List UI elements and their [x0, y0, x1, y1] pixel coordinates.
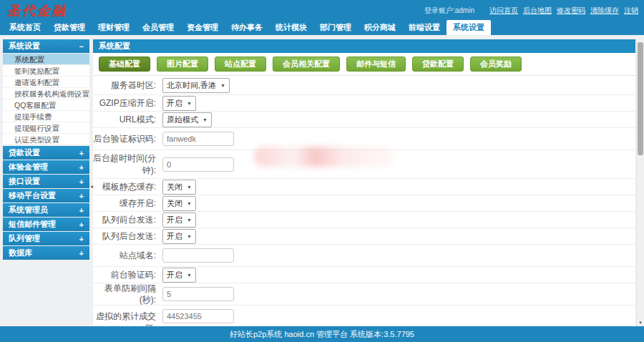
sidebar-group-label: 移动平台设置 [9, 190, 56, 201]
plus-icon: + [79, 177, 84, 186]
text-input[interactable] [162, 157, 234, 172]
login-info: 登录账户:admin访问首页后台地图修改密码清除缓存注销 [424, 6, 638, 16]
plus-icon: + [79, 192, 84, 200]
dropdown-arrow-icon: ▼ [187, 234, 192, 239]
form-row: 表单防刷间隔(秒): [93, 283, 635, 306]
nav-item[interactable]: 会员管理 [136, 20, 180, 35]
sidebar-group-header[interactable]: 系统设置− [3, 39, 89, 53]
plus-icon: + [79, 220, 84, 229]
nav-item[interactable]: 部门管理 [313, 20, 358, 35]
text-input[interactable] [162, 248, 234, 263]
select-control[interactable]: 北京时间,香港▼ [162, 78, 230, 93]
page-title: 系统配置 [93, 39, 635, 53]
nav-item[interactable]: 系统首页 [3, 20, 47, 35]
header-link[interactable]: 清除缓存 [590, 6, 619, 14]
text-input[interactable] [162, 309, 234, 323]
form-row: URL模式:原始模式▼ [93, 112, 635, 128]
sidebar-group-label: 体验金管理 [9, 162, 48, 172]
field-label: URL模式: [93, 114, 156, 125]
field-control: 开启▼ [156, 212, 635, 228]
nav-item[interactable]: 待办事务 [225, 20, 269, 35]
plus-icon: + [79, 249, 84, 258]
vertical-scrollbar[interactable]: ▾ [636, 39, 643, 326]
sidebar-group-items: 系统配置签到奖励配置邀请返利配置授权服务机构返佣设置QQ客服配置提现手续费提现银… [3, 54, 89, 145]
sidebar-group-header[interactable]: 系统管理员+ [3, 203, 89, 217]
sidebar-item[interactable]: QQ客服配置 [3, 99, 89, 111]
sidebar-item[interactable]: 提现银行设置 [3, 122, 89, 134]
text-input[interactable] [162, 132, 234, 146]
tab-button[interactable]: 基础配置 [99, 57, 150, 72]
field-label: 站点域名: [93, 250, 156, 261]
select-control[interactable]: 关闭▼ [162, 180, 196, 195]
field-control: 关闭▼ [156, 196, 635, 211]
nav-item[interactable]: 积分商城 [358, 20, 402, 35]
tab-button[interactable]: 邮件与短信 [346, 57, 406, 72]
dropdown-arrow-icon: ▼ [220, 83, 225, 88]
plus-icon: + [79, 163, 84, 172]
tab-button[interactable]: 贷款配置 [412, 57, 464, 72]
sidebar-group-label: 接口设置 [9, 176, 40, 187]
sidebar-item[interactable]: 提现手续费 [3, 111, 89, 122]
sidebar-group-header[interactable]: 队列管理+ [3, 232, 89, 245]
scrollbar-thumb[interactable] [638, 42, 643, 155]
tab-button[interactable]: 站点配置 [215, 57, 266, 72]
field-label: 表单防刷间隔(秒): [93, 283, 156, 306]
sidebar-group-label: 系统设置 [9, 41, 40, 52]
select-control[interactable]: 开启▼ [162, 96, 196, 111]
dropdown-arrow-icon: ▼ [187, 273, 192, 278]
select-value: 开启 [167, 215, 182, 225]
header-link[interactable]: 注销 [624, 6, 638, 14]
sidebar-item[interactable]: 认证类型设置 [3, 134, 89, 145]
form-row: GZIP压缩开启:开启▼ [93, 95, 635, 112]
form-row: 队列前台发送:开启▼ [93, 212, 635, 228]
minus-icon: − [79, 42, 84, 51]
nav-item[interactable]: 理财管理 [92, 20, 136, 35]
field-control: 北京时间,香港▼ [156, 78, 635, 93]
select-control[interactable]: 开启▼ [162, 229, 196, 244]
footer-text: 好站长p2p系统 haoid.cn 管理平台 系统版本:3.5.7795 [230, 330, 414, 338]
header-link[interactable]: 访问首页 [489, 6, 518, 14]
text-input[interactable] [162, 287, 234, 301]
sidebar-group-header[interactable]: 贷款设置+ [3, 146, 89, 160]
nav-item[interactable]: 系统设置 [447, 20, 491, 35]
field-label: GZIP压缩开启: [93, 97, 156, 109]
select-control[interactable]: 开启▼ [162, 268, 196, 283]
field-label: 服务器时区: [93, 79, 156, 91]
nav-item[interactable]: 统计模块 [269, 20, 313, 35]
nav-item[interactable]: 资金管理 [180, 20, 225, 35]
select-value: 原始模式 [167, 114, 198, 125]
field-control: 关闭▼ [156, 180, 635, 195]
sidebar-item[interactable]: 授权服务机构返佣设置 [3, 88, 89, 99]
tab-button[interactable]: 会员奖励 [470, 57, 522, 72]
nav-item[interactable]: 前端设置 [402, 20, 447, 35]
sidebar-group-header[interactable]: 短信邮件管理+ [3, 218, 89, 231]
sidebar-item[interactable]: 系统配置 [3, 54, 89, 65]
dropdown-arrow-icon: ▼ [203, 117, 208, 122]
sidebar-group-header[interactable]: 移动平台设置+ [3, 189, 89, 202]
form-row: 后台超时时间(分钟): [93, 150, 635, 179]
sidebar-item[interactable]: 邀请返利配置 [3, 77, 89, 88]
field-label: 缓存开启: [93, 197, 156, 209]
select-control[interactable]: 开启▼ [162, 212, 196, 228]
sidebar-group-header[interactable]: 数据库+ [3, 246, 89, 260]
sidebar-group-header[interactable]: 接口设置+ [3, 175, 89, 188]
sidebar-item[interactable]: 签到奖励配置 [3, 65, 89, 77]
login-username: admin [455, 6, 474, 14]
header-link[interactable]: 后台地图 [523, 6, 552, 14]
nav-item[interactable]: 贷款管理 [47, 20, 92, 35]
header-link[interactable]: 修改密码 [557, 6, 585, 14]
form-row: 后台验证标识码: [93, 128, 635, 150]
tab-button[interactable]: 会员相关配置 [273, 57, 340, 72]
config-form: 服务器时区:北京时间,香港▼GZIP压缩开启:开启▼URL模式:原始模式▼后台验… [93, 76, 635, 342]
form-row: 服务器时区:北京时间,香港▼ [93, 76, 635, 95]
select-control[interactable]: 原始模式▼ [162, 112, 212, 127]
form-row: 模板静态缓存:关闭▼ [93, 179, 635, 195]
scroll-down-arrow-icon[interactable]: ▾ [637, 318, 644, 326]
dropdown-arrow-icon: ▼ [187, 101, 192, 106]
plus-icon: + [79, 206, 84, 215]
sidebar-group-header[interactable]: 体验金管理+ [3, 160, 89, 174]
main-content: 系统配置 基础配置图片配置站点配置会员相关配置邮件与短信贷款配置会员奖励 服务器… [93, 39, 635, 342]
tab-button[interactable]: 图片配置 [157, 57, 208, 72]
select-control[interactable]: 关闭▼ [162, 196, 196, 211]
sidebar-group-label: 队列管理 [9, 233, 40, 244]
